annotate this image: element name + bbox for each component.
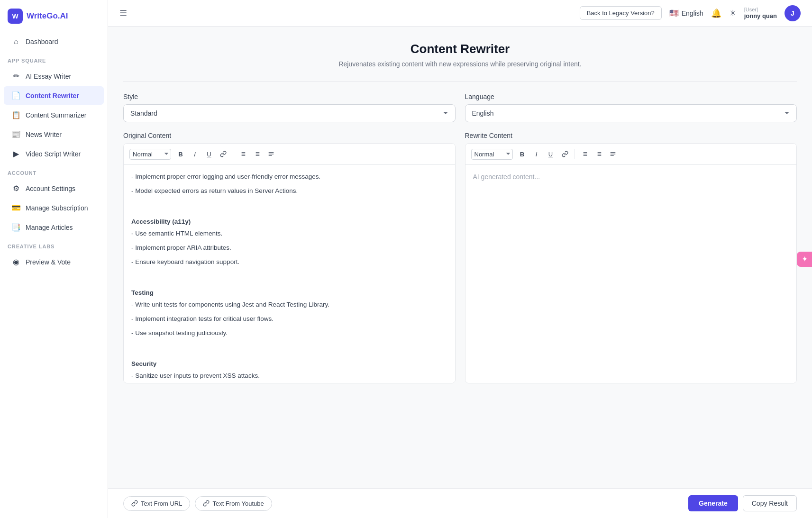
rewrite-ordered-list-button[interactable] (578, 147, 591, 161)
style-select[interactable]: Standard Formal Casual Creative Academic (123, 104, 456, 122)
user-label: [User] (744, 7, 777, 12)
text-from-youtube-label: Text From Youtube (212, 500, 264, 507)
language-select[interactable]: English Spanish French German Italian (465, 104, 797, 122)
sidebar-item-account-settings[interactable]: ⚙ Account Settings (4, 179, 104, 198)
logo-icon: W (8, 9, 23, 24)
rewrite-unordered-list-button[interactable] (592, 147, 605, 161)
sidebar-item-label: Manage Articles (26, 224, 73, 231)
video-icon: ▶ (11, 149, 21, 158)
dashboard-icon: ⌂ (11, 37, 21, 46)
doc-icon: 📄 (11, 91, 21, 100)
original-editor-body[interactable]: - Implement proper error logging and use… (124, 165, 455, 383)
settings-icon: ⚙ (11, 184, 21, 193)
sidebar-item-video-script-writer[interactable]: ▶ Video Script Writer (4, 145, 104, 163)
page-subtitle: Rejuvenates existing content with new ex… (123, 60, 797, 68)
original-content-panel: Original Content Normal Heading 1 Headin… (123, 132, 456, 383)
form-row-style-language: Style Standard Formal Casual Creative Ac… (123, 93, 797, 122)
sidebar-item-dashboard[interactable]: ⌂ Dashboard (4, 33, 104, 51)
sidebar-item-label: Dashboard (26, 38, 58, 45)
floating-badge[interactable]: ✦ (797, 252, 812, 267)
avatar-initials: J (791, 9, 794, 17)
original-format-select[interactable]: Normal Heading 1 Heading 2 (129, 149, 171, 160)
text-from-url-button[interactable]: Text From URL (123, 496, 190, 511)
sidebar-item-manage-subscription[interactable]: 💳 Manage Subscription (4, 199, 104, 217)
generate-button[interactable]: Generate (688, 495, 738, 511)
original-content-label: Original Content (123, 132, 456, 139)
rewrite-content-label: Rewrite Content (465, 132, 797, 139)
ordered-list-button[interactable] (236, 147, 249, 161)
clipboard-icon: 📋 (11, 110, 21, 119)
bottom-bar-right: Generate Copy Result (688, 495, 797, 511)
rewrite-toolbar-divider (575, 149, 575, 159)
text-align-button[interactable] (265, 147, 278, 161)
page-title: Content Rewriter (123, 42, 797, 56)
notification-icon[interactable]: 🔔 (711, 8, 721, 18)
rewrite-link-button[interactable] (558, 147, 572, 161)
underline-button[interactable]: U (202, 147, 216, 161)
sidebar-item-label: Video Script Writer (26, 150, 81, 158)
sidebar-item-manage-articles[interactable]: 📑 Manage Articles (4, 218, 104, 236)
text-from-url-label: Text From URL (141, 500, 182, 507)
rewrite-text-align-button[interactable] (606, 147, 620, 161)
preview-icon: ◉ (11, 257, 21, 266)
header: ☰ Back to Legacy Version? 🇺🇸 English 🔔 ☀… (108, 0, 812, 27)
card-icon: 💳 (11, 203, 21, 212)
sidebar-item-label: News Writer (26, 131, 62, 138)
rewrite-format-select[interactable]: Normal Heading 1 Heading 2 (471, 149, 513, 160)
sidebar-item-label: Content Rewriter (26, 92, 79, 100)
pen-icon: ✏ (11, 72, 21, 81)
rewrite-editor-panel: Normal Heading 1 Heading 2 B I U (465, 143, 797, 383)
news-icon: 📰 (11, 130, 21, 139)
sidebar-item-news-writer[interactable]: 📰 News Writer (4, 125, 104, 144)
floating-icon: ✦ (802, 254, 808, 264)
rewrite-placeholder: AI generated content... (473, 173, 540, 181)
language-group: Language English Spanish French German I… (465, 93, 797, 122)
sidebar-item-preview-vote[interactable]: ◉ Preview & Vote (4, 253, 104, 271)
content-area: Content Rewriter Rejuvenates existing co… (108, 27, 812, 488)
original-editor-toolbar: Normal Heading 1 Heading 2 B I U (124, 144, 455, 165)
sidebar-item-label: AI Essay Writer (26, 73, 71, 80)
legacy-version-button[interactable]: Back to Legacy Version? (580, 6, 662, 20)
rewrite-underline-button[interactable]: U (544, 147, 557, 161)
toolbar-divider (233, 149, 233, 159)
language-label: Language (465, 93, 797, 100)
sidebar-item-label: Account Settings (26, 185, 75, 192)
articles-icon: 📑 (11, 223, 21, 232)
flag-icon: 🇺🇸 (669, 9, 679, 18)
copy-result-button[interactable]: Copy Result (743, 495, 797, 511)
avatar[interactable]: J (785, 5, 801, 21)
sidebar-item-content-rewriter[interactable]: 📄 Content Rewriter (4, 86, 104, 105)
rewrite-editor-body[interactable]: AI generated content... (465, 165, 797, 383)
sidebar-item-label: Manage Subscription (26, 204, 88, 212)
app-logo[interactable]: W WriteGo.AI (0, 0, 108, 32)
section-account: ACCOUNT (0, 164, 108, 179)
bottom-bar-left: Text From URL Text From Youtube (123, 496, 272, 511)
rewrite-bold-button[interactable]: B (516, 147, 529, 161)
section-app-square: APP SQUARE (0, 51, 108, 66)
main-panel: ☰ Back to Legacy Version? 🇺🇸 English 🔔 ☀… (108, 0, 812, 518)
header-right: Back to Legacy Version? 🇺🇸 English 🔔 ☀ [… (580, 5, 801, 21)
italic-button[interactable]: I (188, 147, 201, 161)
sidebar-item-label: Preview & Vote (26, 258, 71, 266)
bold-button[interactable]: B (174, 147, 187, 161)
user-name: jonny quan (744, 12, 777, 19)
section-creative-labs: CREATIVE LABS (0, 237, 108, 252)
sidebar-item-content-summarizer[interactable]: 📋 Content Summarizer (4, 106, 104, 124)
style-label: Style (123, 93, 456, 100)
menu-icon[interactable]: ☰ (119, 8, 127, 18)
original-editor-panel: Normal Heading 1 Heading 2 B I U (123, 143, 456, 383)
text-from-youtube-button[interactable]: Text From Youtube (195, 496, 272, 511)
editors-row: Original Content Normal Heading 1 Headin… (123, 132, 797, 383)
rewrite-content-panel: Rewrite Content Normal Heading 1 Heading… (465, 132, 797, 383)
unordered-list-button[interactable] (250, 147, 264, 161)
theme-icon[interactable]: ☀ (729, 8, 737, 18)
sidebar: W WriteGo.AI ⌂ Dashboard APP SQUARE ✏ AI… (0, 0, 108, 518)
user-info: [User] jonny quan (744, 7, 777, 19)
sidebar-item-ai-essay-writer[interactable]: ✏ AI Essay Writer (4, 67, 104, 85)
language-selector[interactable]: 🇺🇸 English (669, 9, 703, 18)
rewrite-italic-button[interactable]: I (530, 147, 543, 161)
header-left: ☰ (119, 8, 127, 18)
link-button[interactable] (217, 147, 230, 161)
app-name: WriteGo.AI (27, 11, 68, 21)
divider (123, 81, 797, 82)
